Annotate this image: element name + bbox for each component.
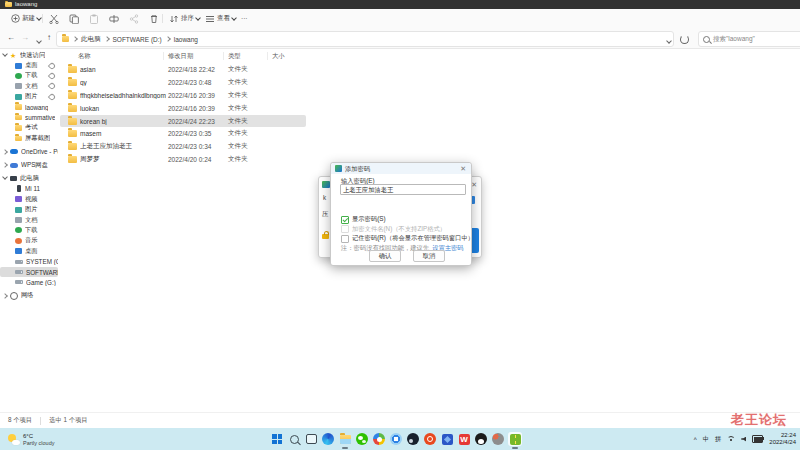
file-row[interactable]: 上老王应加油老王2022/4/23 0:34文件夹 (60, 140, 306, 153)
copy-button[interactable] (66, 12, 82, 25)
remember-password-option[interactable]: 记住密码(R)（将会显示在管理密码窗口中） (341, 234, 474, 243)
system-tray: ^ 中 拼 22:24 2022/4/24 (694, 430, 796, 448)
show-password-option[interactable]: 显示密码(S) (341, 215, 386, 224)
share-button[interactable] (126, 12, 142, 25)
address-dropdown-button[interactable] (663, 35, 675, 43)
forward-button[interactable]: → (19, 32, 31, 44)
sidebar-item-desktop[interactable]: 桌面 (0, 60, 58, 70)
sidebar-item-videos[interactable]: 视频 (0, 194, 58, 204)
wifi-icon[interactable] (727, 436, 735, 442)
lock-icon (322, 234, 329, 239)
sidebar-item-laowang[interactable]: laowang (0, 102, 58, 112)
search-input[interactable]: 搜索"laowang" (698, 31, 800, 47)
sidebar-item-summative[interactable]: summative (0, 112, 58, 122)
file-row[interactable]: luokan2022/4/16 20:39文件夹 (60, 102, 306, 115)
file-row[interactable]: asian2022/4/18 22:42文件夹 (60, 63, 306, 76)
file-row[interactable]: qy2022/4/23 0:48文件夹 (60, 76, 306, 89)
folder-icon (68, 156, 77, 163)
sidebar-item-mi11[interactable]: Mi 11 (0, 184, 58, 194)
view-button[interactable]: 查看 (202, 12, 239, 25)
sidebar-item-quick-access[interactable]: 快速访问 (0, 50, 58, 60)
sort-label: 排序 (181, 14, 194, 23)
checkbox-checked-icon[interactable] (341, 216, 349, 224)
sidebar-item-screenshots[interactable]: 屏幕截图 (0, 133, 58, 143)
sidebar-item-downloads[interactable]: 下载 (0, 71, 58, 81)
sidebar-item-documents-pc[interactable]: 文档 (0, 215, 58, 225)
cancel-button[interactable]: 取消 (413, 250, 445, 262)
breadcrumb-folder[interactable]: laowang (174, 36, 198, 43)
sidebar-item-pictures-pc[interactable]: 图片 (0, 204, 58, 214)
desktop-icon (15, 248, 22, 254)
sidebar-item-music[interactable]: 音乐 (0, 236, 58, 246)
checkbox-icon[interactable] (341, 235, 349, 243)
chevron-right-icon (104, 36, 110, 42)
back-button[interactable]: ← (5, 32, 17, 44)
file-list: asian2022/4/18 22:42文件夹 qy2022/4/23 0:48… (60, 63, 306, 166)
paste-button[interactable] (86, 12, 102, 25)
office-button[interactable] (423, 432, 437, 446)
wps-button[interactable] (457, 432, 471, 446)
weather-widget[interactable]: 6°C Partly cloudy (4, 430, 59, 448)
start-button[interactable] (270, 432, 284, 446)
file-row-selected[interactable]: korean bj2022/4/24 22:23文件夹 (60, 115, 306, 128)
breadcrumb-drive[interactable]: SOFTWARE (D:) (113, 36, 162, 43)
sidebar-item-desktop-pc[interactable]: 桌面 (0, 246, 58, 256)
volume-icon[interactable] (741, 437, 746, 442)
sidebar-item-game-g[interactable]: Game (G:) (0, 277, 58, 287)
ime-language-indicator[interactable]: 中 (703, 435, 709, 444)
rename-button[interactable] (106, 12, 122, 25)
cut-button[interactable] (46, 12, 62, 25)
tray-overflow-chevron[interactable]: ^ (694, 436, 697, 443)
sidebar-item-software-d[interactable]: SOFTWARE (D:) (0, 267, 58, 277)
sort-button[interactable]: 排序 (166, 12, 203, 25)
password-input[interactable]: 上老王应加油老王 (340, 184, 466, 195)
column-size[interactable]: 大小 (272, 52, 285, 61)
qq-button[interactable] (474, 432, 488, 446)
close-icon[interactable]: ✕ (460, 165, 466, 173)
browser-button[interactable] (389, 432, 403, 446)
taskbar-search-button[interactable] (287, 432, 301, 446)
new-button[interactable]: 新建 (8, 12, 44, 25)
breadcrumb[interactable]: 此电脑 SOFTWARE (D:) laowang (56, 31, 674, 47)
sidebar-item-onedrive[interactable]: OneDrive - Persona (0, 147, 58, 157)
battery-icon[interactable] (752, 435, 763, 443)
wechat-button[interactable] (355, 432, 369, 446)
file-row[interactable]: 周梦梦2022/4/20 0:24文件夹 (60, 153, 306, 166)
sidebar-item-this-pc[interactable]: 此电脑 (0, 173, 58, 183)
confirm-button[interactable]: 确认 (369, 250, 401, 262)
sidebar-item-wps-cloud[interactable]: WPS网盘 (0, 160, 58, 170)
sidebar-item-exam[interactable]: 考试 (0, 123, 58, 133)
file-row[interactable]: masem2022/4/23 0:35文件夹 (60, 127, 306, 140)
photos-button[interactable] (440, 432, 454, 446)
task-view-button[interactable] (304, 432, 318, 446)
column-date-modified[interactable]: 修改日期 (168, 52, 193, 61)
delete-button[interactable] (146, 12, 162, 25)
encrypt-filenames-option[interactable]: 加密文件名(N)（不支持ZIP格式） (341, 225, 446, 234)
game-app-button[interactable] (491, 432, 505, 446)
browser-360-button[interactable] (372, 432, 386, 446)
column-name[interactable]: 名称 (78, 52, 91, 61)
archiver-360zip-button[interactable] (508, 432, 522, 446)
breadcrumb-this-pc[interactable]: 此电脑 (81, 35, 101, 44)
refresh-button[interactable] (678, 35, 690, 47)
column-type[interactable]: 类型 (228, 52, 241, 61)
close-icon[interactable]: ✕ (471, 181, 477, 188)
ime-mode-indicator[interactable]: 拼 (715, 435, 721, 444)
sidebar-item-system-c[interactable]: SYSTEM (C:) (0, 256, 58, 266)
pictures-icon (15, 207, 22, 213)
sidebar-item-downloads-pc[interactable]: 下载 (0, 225, 58, 235)
drive-icon (15, 270, 23, 274)
file-explorer-button[interactable] (338, 432, 352, 446)
edge-button[interactable] (321, 432, 335, 446)
clock[interactable]: 22:24 2022/4/24 (769, 432, 796, 446)
archive-label-fragment: 压 (322, 210, 328, 219)
sidebar-item-pictures[interactable]: 图片 (0, 92, 58, 102)
steam-button[interactable] (406, 432, 420, 446)
up-button[interactable]: ↑ (43, 32, 55, 44)
forum-watermark: 老王论坛 (731, 411, 787, 429)
sidebar-item-documents[interactable]: 文档 (0, 81, 58, 91)
add-password-dialog: 添加密码 ✕ 输入密码(E) 上老王应加油老王 显示密码(S) 加密文件名(N)… (330, 162, 472, 266)
file-row[interactable]: ffhgkbheiseladhhalnkdlbngomplsabf2022/4/… (60, 89, 306, 102)
more-options-button[interactable]: ··· (238, 12, 251, 25)
sidebar-item-network[interactable]: 网络 (0, 291, 58, 301)
